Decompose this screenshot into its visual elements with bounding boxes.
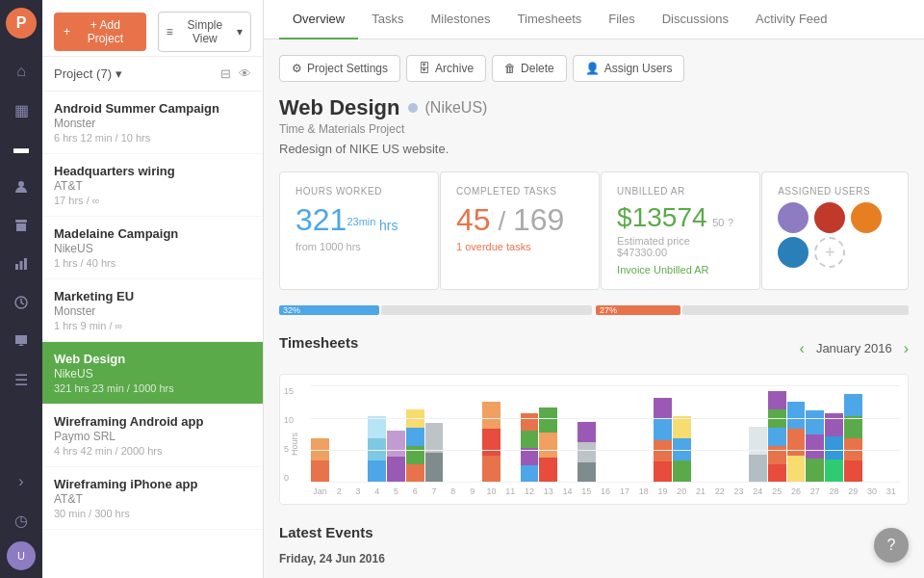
ar-price: $47330.00: [617, 247, 744, 258]
filter-icon[interactable]: ⊟: [220, 66, 231, 81]
avatar-2[interactable]: [814, 202, 845, 233]
project-list-top-bar: + + Add Project ≡ Simple View ▾: [42, 0, 263, 57]
tab-milestones[interactable]: Milestones: [417, 0, 503, 39]
hours-worked-card: HOURS WORKED 32123min hrs from 1000 hrs: [279, 171, 439, 290]
bar-segment: [521, 413, 539, 431]
bar-segment: [825, 460, 843, 483]
question-icon: ?: [728, 217, 733, 228]
hours-worked-label: HOURS WORKED: [295, 186, 423, 197]
project-item[interactable]: Headquarters wiring AT&T 17 hrs / ∞: [42, 154, 263, 217]
add-avatar-button[interactable]: +: [814, 237, 845, 268]
bar-group: [844, 394, 862, 483]
nav-dashboard[interactable]: ▦: [4, 92, 38, 127]
nav-list[interactable]: ☰: [4, 362, 38, 397]
bar-group: [749, 427, 767, 483]
plus-icon: +: [64, 25, 70, 39]
archive-button[interactable]: 🗄 Archive: [406, 55, 486, 82]
invoice-link[interactable]: Invoice Unbilled AR: [617, 264, 744, 276]
avatar-1[interactable]: [778, 202, 808, 233]
bar-segment: [654, 398, 672, 419]
chart-x-label: 14: [558, 486, 577, 496]
unbilled-ar-card: UNBILLED AR $13574 50 ? Estimated price …: [601, 171, 760, 290]
bar-segment: [768, 464, 786, 483]
chart-x-label: 25: [768, 486, 786, 496]
dropdown-arrow-icon: ▾: [237, 25, 243, 39]
project-settings-button[interactable]: ⚙ Project Settings: [279, 55, 400, 82]
add-project-button[interactable]: + + Add Project: [54, 13, 146, 51]
project-list-actions: ⊟ 👁: [220, 66, 251, 81]
project-item[interactable]: Wireframing Android app Paymo SRL 4 hrs …: [42, 405, 263, 467]
trash-icon: 🗑: [504, 62, 516, 75]
assigned-users-label: ASSIGNED USERS: [778, 186, 892, 197]
project-count-title[interactable]: Project (7) ▾: [54, 66, 122, 81]
avatar-4[interactable]: [778, 237, 808, 268]
help-button[interactable]: ?: [874, 528, 909, 563]
avatar-3[interactable]: [851, 202, 882, 233]
nav-clock[interactable]: ◷: [4, 503, 38, 538]
hours-unit: hrs: [379, 218, 398, 233]
project-item[interactable]: Marketing EU Monster 1 hrs 9 min / ∞: [42, 279, 263, 342]
tab-files[interactable]: Files: [595, 0, 648, 39]
bar-group: [311, 438, 329, 483]
tab-discussions[interactable]: Discussions: [649, 0, 742, 39]
nav-reports[interactable]: [4, 247, 38, 281]
app-logo[interactable]: P: [6, 8, 37, 39]
next-month-button[interactable]: ›: [904, 340, 909, 357]
bar-segment: [787, 456, 806, 483]
bar-segment: [673, 416, 691, 438]
simple-view-button[interactable]: ≡ Simple View ▾: [158, 12, 251, 52]
user-avatar[interactable]: U: [7, 541, 36, 570]
delete-button[interactable]: 🗑 Delete: [492, 55, 567, 82]
bar-segment: [521, 465, 539, 483]
chart-x-label: 6: [406, 486, 424, 496]
tab-overview[interactable]: Overview: [279, 0, 358, 39]
chart-x-label: Jan: [311, 486, 329, 496]
bar-segment: [768, 428, 786, 446]
assign-users-button[interactable]: 👤 Assign Users: [573, 55, 685, 82]
timesheets-title: Timesheets: [279, 334, 358, 351]
assigned-users-card: ASSIGNED USERS +: [761, 171, 909, 290]
nav-home[interactable]: ⌂: [4, 54, 38, 89]
main-tabs: Overview Tasks Milestones Timesheets Fil…: [264, 0, 924, 39]
bar-segment: [406, 464, 424, 483]
current-month: January 2016: [816, 341, 892, 355]
nav-projects[interactable]: ▬: [4, 131, 38, 166]
nav-messages[interactable]: [4, 324, 38, 358]
bar-segment: [521, 431, 539, 448]
tab-activity-feed[interactable]: Activity Feed: [742, 0, 840, 39]
chart-x-label: 19: [654, 486, 672, 496]
nav-time[interactable]: [4, 285, 38, 320]
tab-timesheets[interactable]: Timesheets: [504, 0, 596, 39]
tasks-progress-bar: 27%: [596, 305, 680, 315]
eye-icon[interactable]: 👁: [239, 66, 251, 81]
project-type: Time & Materials Project: [279, 122, 909, 136]
nav-users[interactable]: [4, 170, 38, 204]
tab-tasks[interactable]: Tasks: [358, 0, 417, 39]
bar-group: [521, 413, 539, 483]
chart-x-label: 20: [673, 486, 691, 496]
bar-group: [806, 410, 824, 483]
svg-rect-2: [18, 226, 24, 228]
prev-month-button[interactable]: ‹: [800, 340, 805, 357]
project-item-active[interactable]: Web Design NikeUS 321 hrs 23 min / 1000 …: [42, 342, 263, 405]
nav-archive[interactable]: [4, 208, 38, 243]
chart-x-label: 13: [539, 486, 557, 496]
list-view-icon: ≡: [167, 25, 173, 39]
tasks-overdue: 1 overdue tasks: [456, 241, 583, 252]
bar-group: [387, 431, 405, 483]
nav-expand[interactable]: ›: [4, 464, 38, 499]
project-item[interactable]: Madelaine Campaign NikeUS 1 hrs / 40 hrs: [42, 217, 263, 279]
project-item[interactable]: Android Summer Campaign Monster 6 hrs 12…: [42, 92, 263, 154]
dropdown-icon: ▾: [116, 66, 122, 81]
ar-amount: $13574: [617, 202, 706, 232]
bar-segment: [539, 458, 557, 483]
project-item[interactable]: Wireframing iPhone app AT&T 30 min / 300…: [42, 467, 263, 530]
chart-x-label: 3: [349, 486, 368, 496]
bar-segment: [825, 413, 843, 436]
bar-segment: [482, 456, 500, 483]
bar-segment: [825, 436, 843, 460]
latest-events-section: Latest Events Friday, 24 Jun 2016 task A…: [279, 524, 909, 578]
main-body: ⚙ Project Settings 🗄 Archive 🗑 Delete 👤 …: [264, 39, 924, 578]
events-date: Friday, 24 Jun 2016: [279, 552, 909, 565]
completed-tasks-value: 45 / 169: [456, 202, 583, 238]
